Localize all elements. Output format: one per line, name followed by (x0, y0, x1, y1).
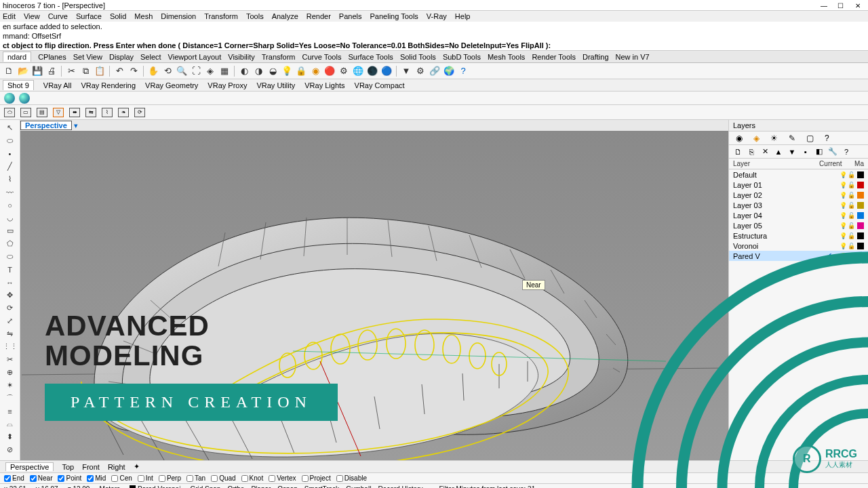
menu-paneling-tools[interactable]: Paneling Tools (370, 12, 418, 20)
layer-down-icon[interactable]: ▼ (787, 148, 797, 156)
osnap-end[interactable]: End (4, 474, 24, 482)
osnap-disable[interactable]: Disable (336, 474, 367, 482)
mode-lasso-icon[interactable]: ⬭ (4, 108, 15, 117)
view-tab-right[interactable]: Right (108, 463, 125, 471)
vray-tab-vray-rendering[interactable]: VRay Rendering (81, 81, 136, 89)
properties-icon[interactable]: ⚙ (338, 65, 350, 77)
polygon-icon[interactable]: ⬠ (5, 239, 15, 249)
mode-brush-icon[interactable]: ⬌ (69, 108, 80, 117)
tab-new-in-v7[interactable]: New in V7 (616, 53, 650, 61)
circle-icon[interactable]: ○ (5, 200, 15, 210)
globe-icon[interactable]: 🌍 (443, 65, 455, 77)
curve-icon[interactable]: 〰 (5, 187, 15, 197)
menu-v-ray[interactable]: V-Ray (427, 12, 447, 20)
layer-swatch[interactable] (857, 243, 864, 249)
loft-icon[interactable]: ⌓ (5, 419, 15, 429)
extrude-icon[interactable]: ⬍ (5, 432, 15, 442)
paste-icon[interactable]: 📋 (94, 65, 106, 77)
menu-curve[interactable]: Curve (48, 12, 68, 20)
layer-row[interactable]: Pared V✔💡🔓 (729, 251, 868, 261)
layer-row[interactable]: Layer 03💡🔓 (729, 200, 868, 210)
layer-filter-icon[interactable]: ▪ (801, 148, 810, 156)
mode-crossing-icon[interactable]: ▤ (37, 108, 47, 117)
osnap-tan-checkbox[interactable] (186, 475, 193, 482)
layer-tools-icon[interactable]: 🔧 (828, 147, 837, 156)
join-icon[interactable]: ⊕ (5, 367, 15, 378)
layer-visible-icon[interactable]: 💡 (840, 253, 848, 260)
pan-icon[interactable]: ✋ (147, 65, 159, 77)
lock-icon[interactable]: 🔒 (295, 65, 307, 77)
print-icon[interactable]: 🖨 (45, 65, 58, 77)
vray-render-icon[interactable] (19, 93, 30, 104)
osnap-quad-checkbox[interactable] (211, 475, 218, 482)
boolean-icon[interactable]: ⊘ (5, 445, 15, 455)
layer-swatch[interactable] (857, 222, 864, 229)
tab-mesh-tools[interactable]: Mesh Tools (488, 53, 525, 61)
tab-drafting[interactable]: Drafting (583, 53, 609, 61)
layer-lock-icon[interactable]: 🔓 (848, 253, 856, 260)
redo-icon[interactable]: ↷ (127, 65, 140, 77)
offset-icon[interactable]: ≡ (5, 406, 15, 416)
layer-row[interactable]: Estructura💡🔓 (729, 230, 868, 241)
layer-lock-icon[interactable]: 🔓 (848, 171, 856, 178)
link-icon[interactable]: 🔗 (429, 65, 441, 77)
osnap-perp[interactable]: Perp (159, 474, 181, 482)
menu-panels[interactable]: Panels (339, 12, 362, 20)
new-layer-icon[interactable]: 🗋 (733, 148, 743, 156)
layer-row[interactable]: Default💡🔓 (729, 169, 868, 180)
command-input[interactable] (552, 41, 865, 49)
layer-lock-icon[interactable]: 🔓 (848, 222, 856, 229)
cut-icon[interactable]: ✂ (65, 65, 77, 77)
menu-solid[interactable]: Solid (110, 12, 126, 20)
tab-ndard[interactable]: ndard (3, 52, 31, 62)
osnap-knot-checkbox[interactable] (241, 475, 248, 482)
layer-row[interactable]: Layer 05💡🔓 (729, 220, 868, 230)
osnap-end-checkbox[interactable] (4, 475, 11, 482)
line-icon[interactable]: ╱ (5, 161, 15, 171)
layer-help-icon[interactable]: ? (842, 148, 851, 156)
ellipse-icon[interactable]: ⬭ (5, 251, 15, 262)
light-icon[interactable]: 💡 (281, 65, 293, 77)
osnap-cen[interactable]: Cen (111, 474, 132, 482)
osnap-int-checkbox[interactable] (138, 475, 144, 482)
delete-layer-icon[interactable]: ✕ (760, 147, 770, 156)
new-icon[interactable]: 🗋 (3, 65, 15, 77)
layer-row[interactable]: Layer 02💡🔓 (729, 190, 868, 200)
filter-icon[interactable]: ▼ (400, 65, 412, 77)
status-grid-snap[interactable]: Grid Snap (190, 485, 220, 488)
osnap-quad[interactable]: Quad (211, 474, 235, 482)
mode-leaf-icon[interactable]: ❧ (118, 108, 129, 117)
text-icon[interactable]: T (5, 264, 15, 274)
explode-icon[interactable]: ✶ (5, 380, 15, 390)
tab-subd-tools[interactable]: SubD Tools (443, 53, 481, 61)
tab-visibility[interactable]: Visibility (228, 53, 255, 61)
material-icon[interactable]: 🔴 (323, 65, 336, 77)
shade-icon[interactable]: ◐ (238, 65, 250, 77)
maximize-button[interactable]: ☐ (833, 2, 848, 9)
panel-tab-display-icon[interactable]: ☀ (770, 134, 778, 143)
sphere-icon-2[interactable]: 🌑 (366, 65, 378, 77)
vray-tab-shot-9[interactable]: Shot 9 (3, 80, 34, 90)
view-tab-perspective[interactable]: Perspective (5, 462, 54, 471)
vray-tab-vray-utility[interactable]: VRay Utility (256, 81, 295, 89)
tab-display[interactable]: Display (109, 53, 134, 61)
open-icon[interactable]: 📂 (17, 65, 29, 77)
close-button[interactable]: ✕ (850, 2, 865, 9)
array-icon[interactable]: ⋮⋮ (5, 342, 15, 352)
osnap-mid[interactable]: Mid (87, 474, 106, 482)
layer-lock-icon[interactable]: 🔓 (848, 202, 856, 209)
osnap-point[interactable]: Point (58, 474, 81, 482)
layer-visible-icon[interactable]: 💡 (840, 212, 848, 219)
layer-visible-icon[interactable]: 💡 (840, 202, 848, 209)
layer-visible-icon[interactable]: 💡 (840, 243, 848, 249)
status-osnap[interactable]: Osnap (277, 485, 297, 488)
zoom-selected-icon[interactable]: ◈ (204, 65, 216, 77)
view-tab-front[interactable]: Front (82, 463, 100, 471)
vray-tab-vray-all[interactable]: VRay All (43, 81, 72, 89)
layer-swatch[interactable] (857, 212, 864, 219)
viewport-label[interactable]: Perspective (20, 121, 72, 130)
layer-swatch[interactable] (857, 192, 864, 199)
trim-icon[interactable]: ✂ (5, 354, 15, 365)
menu-edit[interactable]: Edit (3, 12, 16, 20)
layer-visible-icon[interactable]: 💡 (840, 192, 848, 199)
